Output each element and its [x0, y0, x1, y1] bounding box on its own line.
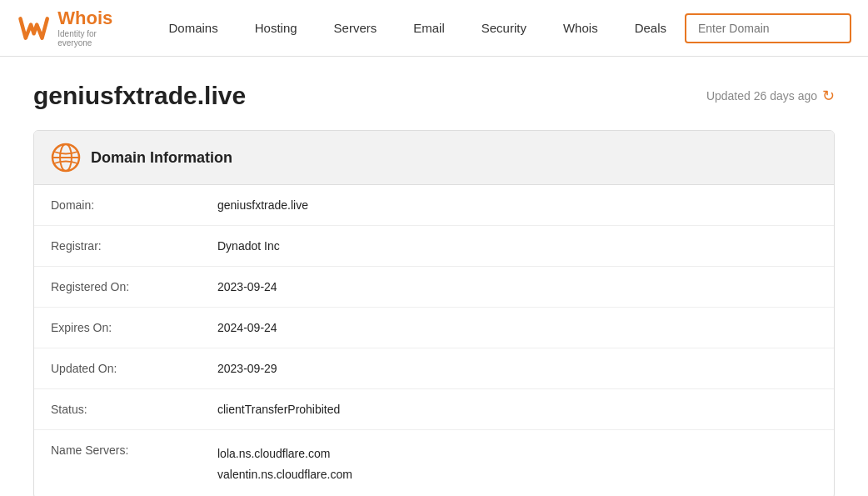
domain-title-row: geniusfxtrade.live Updated 26 days ago ↻ [33, 82, 835, 110]
domain-info-card: Domain Information Domain:geniusfxtrade.… [33, 130, 835, 496]
table-row: Status:clientTransferProhibited [34, 389, 834, 430]
search-area [685, 13, 851, 43]
logo-whois-label: Whois [57, 8, 125, 28]
nav-item-deals[interactable]: Deals [616, 0, 685, 57]
www-icon [51, 143, 81, 173]
domain-title: geniusfxtrade.live [33, 82, 246, 110]
table-row: Expires On:2024-09-24 [34, 308, 834, 348]
nav-item-email[interactable]: Email [395, 0, 463, 57]
table-row: Registered On:2023-09-24 [34, 267, 834, 308]
logo-tagline-label: Identity for everyone [57, 29, 125, 48]
field-value-domain: geniusfxtrade.live [201, 185, 834, 226]
main-content: geniusfxtrade.live Updated 26 days ago ↻… [0, 57, 868, 496]
nav-item-servers[interactable]: Servers [316, 0, 396, 57]
info-table: Domain:geniusfxtrade.liveRegistrar:Dynad… [34, 185, 834, 496]
updated-label: Updated 26 days ago [706, 89, 817, 103]
search-input[interactable] [685, 13, 851, 43]
field-label-registrar: Registrar: [34, 226, 201, 267]
table-row: Domain:geniusfxtrade.live [34, 185, 834, 226]
table-row: Updated On:2023-09-29 [34, 348, 834, 389]
field-value-registrar: Dynadot Inc [201, 226, 834, 267]
updated-info: Updated 26 days ago ↻ [706, 87, 835, 105]
nav-links: Domains Hosting Servers Email Security W… [151, 0, 685, 57]
field-label-updated-on: Updated On: [34, 348, 201, 389]
nav-item-hosting[interactable]: Hosting [237, 0, 316, 57]
card-header-title: Domain Information [91, 149, 232, 167]
field-value-updated-on: 2023-09-29 [201, 348, 834, 389]
logo-text: Whois Identity for everyone [57, 8, 125, 47]
field-label-expires-on: Expires On: [34, 308, 201, 348]
field-value-status: clientTransferProhibited [201, 389, 834, 430]
navbar: Whois Identity for everyone Domains Host… [0, 0, 868, 57]
table-row: Registrar:Dynadot Inc [34, 226, 834, 267]
logo[interactable]: Whois Identity for everyone [17, 8, 126, 47]
field-value-nameservers: lola.ns.cloudflare.comvalentin.ns.cloudf… [201, 430, 834, 497]
field-value-registered-on: 2023-09-24 [201, 267, 834, 308]
field-label-nameservers: Name Servers: [34, 430, 201, 497]
field-label-domain: Domain: [34, 185, 201, 226]
table-row: Name Servers:lola.ns.cloudflare.comvalen… [34, 430, 834, 497]
card-header: Domain Information [34, 131, 834, 185]
field-label-registered-on: Registered On: [34, 267, 201, 308]
nav-item-security[interactable]: Security [463, 0, 545, 57]
logo-icon [17, 9, 51, 48]
field-value-expires-on: 2024-09-24 [201, 308, 834, 348]
refresh-icon[interactable]: ↻ [822, 87, 835, 105]
nav-item-domains[interactable]: Domains [151, 0, 237, 57]
field-label-status: Status: [34, 389, 201, 430]
nav-item-whois[interactable]: Whois [545, 0, 616, 57]
